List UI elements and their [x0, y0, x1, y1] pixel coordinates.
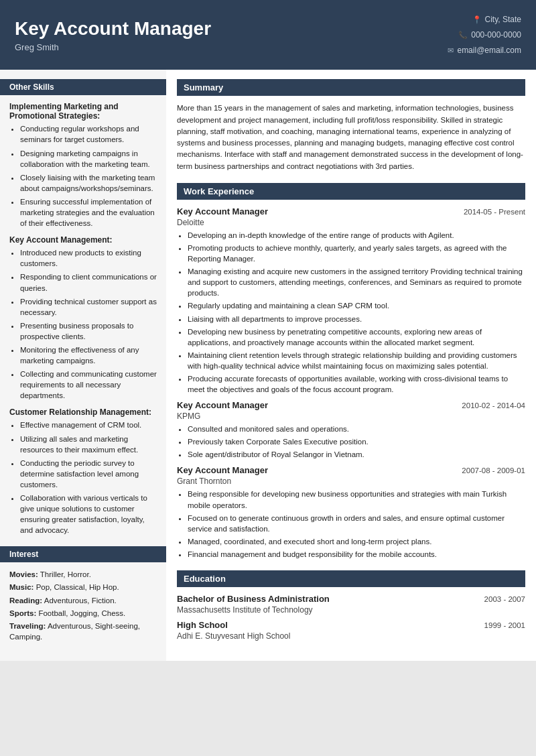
edu-1-degree: Bachelor of Business Administration — [177, 594, 330, 604]
list-item: Conducting regular workshops and seminar… — [20, 123, 157, 145]
list-item: Producing accurate forecasts of opportun… — [188, 373, 525, 395]
list-item: Designing marketing campaigns in collabo… — [20, 148, 157, 170]
job-2-title: Key Account Manager — [177, 400, 268, 410]
skills-section2-title: Key Account Management: — [9, 235, 157, 245]
list-item: Managed, coordinated, and executed short… — [188, 536, 525, 547]
summary-title: Summary — [177, 79, 525, 96]
list-item: Utilizing all sales and marketing resour… — [20, 434, 157, 455]
list-item: Providing technical customer support as … — [20, 296, 157, 318]
interest-reading-value: Adventurous, Fiction. — [44, 596, 117, 605]
interest-traveling-label: Traveling: — [9, 622, 46, 630]
list-item: Presenting business proposals to prospec… — [20, 320, 157, 342]
list-item: Previously taken Corporate Sales Executi… — [188, 436, 525, 447]
job-2-company: KPMG — [177, 412, 525, 421]
job-1-header: Key Account Manager 2014-05 - Present — [177, 206, 525, 216]
list-item: Liaising with all departments to improve… — [188, 314, 525, 324]
main-body: Other Skills Implementing Marketing and … — [0, 70, 536, 661]
header-location: 📍 City, State — [448, 12, 521, 27]
work-section: Work Experience Key Account Manager 2014… — [177, 183, 525, 560]
skills-section: Other Skills Implementing Marketing and … — [9, 79, 157, 536]
interest-reading-label: Reading: — [9, 596, 42, 605]
header-name: Key Account Manager — [15, 17, 211, 40]
list-item: Closely liaising with the marketing team… — [20, 172, 157, 194]
job-2-header: Key Account Manager 2010-02 - 2014-04 — [177, 400, 525, 410]
list-item: Promoting products to achieve monthly, q… — [188, 243, 525, 264]
edu-2-dates: 1999 - 2001 — [484, 621, 525, 629]
interest-sports-value: Football, Jogging, Chess. — [38, 609, 125, 617]
list-item: Ensuring successful implementation of ma… — [20, 196, 157, 229]
job-3-company: Grant Thornton — [177, 477, 525, 486]
job-1-title: Key Account Manager — [177, 206, 268, 216]
education-section: Education Bachelor of Business Administr… — [177, 570, 525, 641]
header-contact: 📍 City, State 📞 000-000-0000 ✉ email@ema… — [448, 12, 521, 58]
interest-music-value: Pop, Classical, Hip Hop. — [36, 583, 119, 591]
edu-2-header: High School 1999 - 2001 — [177, 620, 525, 630]
list-item: Collaboration with various verticals to … — [20, 493, 157, 536]
edu-1-school: Massachusetts Institute of Technology — [177, 605, 525, 615]
list-item: Conducting the periodic survey to determ… — [20, 458, 157, 490]
skills-section2-list: Introduced new products to existing cust… — [20, 247, 157, 401]
summary-section: Summary More than 15 years in the manage… — [177, 79, 525, 172]
job-3-header: Key Account Manager 2007-08 - 2009-01 — [177, 465, 525, 475]
phone-icon: 📞 — [458, 28, 468, 42]
job-3-title: Key Account Manager — [177, 465, 268, 475]
list-item: Financial management and budget responsi… — [188, 549, 525, 560]
interest-sports-label: Sports: — [9, 609, 36, 617]
summary-text: More than 15 years in the management of … — [177, 103, 525, 172]
edu-2: High School 1999 - 2001 Adhi E. Stuyvesa… — [177, 620, 525, 641]
education-title: Education — [177, 570, 525, 587]
list-item: Introduced new products to existing cust… — [20, 247, 157, 269]
interest-title: Interest — [0, 546, 166, 562]
list-item: Collecting and communicating customer re… — [20, 369, 157, 401]
header-subname: Greg Smith — [15, 42, 211, 52]
edu-1-header: Bachelor of Business Administration 2003… — [177, 594, 525, 604]
skills-section1-title: Implementing Marketing and Promotional S… — [9, 102, 157, 121]
job-1-company: Deloitte — [177, 218, 525, 227]
job-2-dates: 2010-02 - 2014-04 — [462, 401, 525, 410]
list-item: Regularly updating and maintaining a cle… — [188, 300, 525, 311]
list-item: Managing existing and acquire new custom… — [188, 266, 525, 298]
header-phone: 📞 000-000-0000 — [448, 27, 521, 43]
list-item: Sole agent/distributor of Royal Selangor… — [188, 449, 525, 460]
header: Key Account Manager Greg Smith 📍 City, S… — [0, 0, 536, 70]
interest-music: Music: Pop, Classical, Hip Hop. — [9, 582, 157, 592]
interest-movies: Movies: Thriller, Horror. — [9, 569, 157, 580]
work-title: Work Experience — [177, 183, 525, 200]
list-item: Maintaining client retention levels thro… — [188, 350, 525, 371]
list-item: Consulted and monitored sales and operat… — [188, 424, 525, 434]
job-1: Key Account Manager 2014-05 - Present De… — [177, 206, 525, 395]
edu-1-dates: 2003 - 2007 — [484, 595, 525, 603]
skills-title: Other Skills — [0, 79, 166, 95]
left-column: Other Skills Implementing Marketing and … — [0, 70, 166, 661]
list-item: Effective management of CRM tool. — [20, 420, 157, 430]
location-icon: 📍 — [472, 13, 482, 27]
list-item: Being responsible for developing new bus… — [188, 489, 525, 510]
interest-section: Interest Movies: Thriller, Horror. Music… — [9, 546, 157, 642]
list-item: Developing an in-depth knowledge of the … — [188, 230, 525, 241]
job-2-list: Consulted and monitored sales and operat… — [188, 424, 525, 460]
interest-movies-label: Movies: — [9, 570, 38, 578]
job-1-dates: 2014-05 - Present — [464, 208, 525, 216]
header-email: ✉ email@email.com — [448, 43, 521, 58]
email-icon: ✉ — [448, 44, 454, 58]
skills-section3-list: Effective management of CRM tool. Utiliz… — [20, 420, 157, 536]
edu-1: Bachelor of Business Administration 2003… — [177, 594, 525, 615]
interest-sports: Sports: Football, Jogging, Chess. — [9, 608, 157, 619]
edu-2-degree: High School — [177, 620, 228, 630]
interest-movies-value: Thriller, Horror. — [40, 570, 91, 578]
resume-wrapper: Key Account Manager Greg Smith 📍 City, S… — [0, 0, 536, 661]
edu-2-school: Adhi E. Stuyvesant High School — [177, 631, 525, 641]
job-1-list: Developing an in-depth knowledge of the … — [188, 230, 525, 395]
list-item: Monitoring the effectiveness of any mark… — [20, 344, 157, 366]
job-3-dates: 2007-08 - 2009-01 — [462, 466, 525, 475]
right-column: Summary More than 15 years in the manage… — [166, 70, 536, 661]
job-2: Key Account Manager 2010-02 - 2014-04 KP… — [177, 400, 525, 460]
skills-section1-list: Conducting regular workshops and seminar… — [20, 123, 157, 229]
list-item: Developing new business by penetrating c… — [188, 326, 525, 348]
interest-reading: Reading: Adventurous, Fiction. — [9, 595, 157, 606]
interest-music-label: Music: — [9, 583, 34, 591]
interest-traveling: Traveling: Adventurous, Sight-seeing, Ca… — [9, 621, 157, 642]
job-3-list: Being responsible for developing new bus… — [188, 489, 525, 560]
list-item: Responding to client communications or q… — [20, 271, 157, 293]
skills-section3-title: Customer Relationship Management: — [9, 407, 157, 417]
